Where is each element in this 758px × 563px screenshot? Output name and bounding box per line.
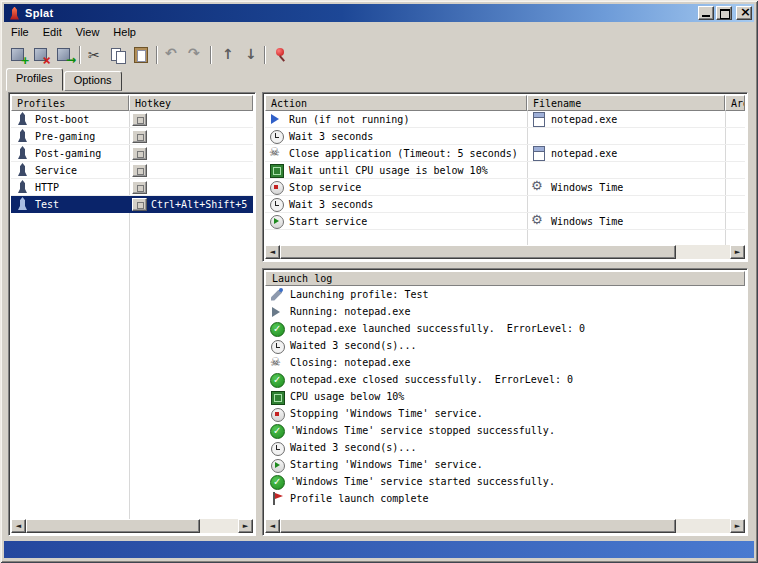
- log-entry[interactable]: Waited 3 second(s)...: [265, 337, 745, 354]
- hotkey-button[interactable]: [132, 198, 147, 211]
- filename-cell: [527, 196, 725, 213]
- tab-options[interactable]: Options: [64, 71, 122, 91]
- filename-text: Windows Time: [551, 182, 623, 193]
- scroll-left-button[interactable]: ◄: [11, 519, 26, 533]
- hotkey-button[interactable]: [132, 147, 147, 160]
- launch-profile-button[interactable]: [53, 44, 76, 66]
- scroll-thumb[interactable]: [280, 245, 676, 259]
- check-icon: [269, 373, 285, 387]
- add-profile-button[interactable]: [7, 44, 30, 66]
- start-icon: [269, 458, 285, 472]
- skull-icon: [269, 356, 285, 370]
- log-entry[interactable]: notepad.exe closed successfully. ErrorLe…: [265, 371, 745, 388]
- action-row[interactable]: Start serviceWindows Time: [265, 213, 745, 230]
- tab-strip: ProfilesOptions: [6, 70, 754, 91]
- profile-hotkey-cell: [129, 145, 253, 162]
- copy-button[interactable]: [107, 44, 130, 66]
- action-row[interactable]: Close application (Timeout: 5 seconds)no…: [265, 145, 745, 162]
- pin-button[interactable]: [269, 44, 292, 66]
- redo-button[interactable]: [184, 44, 207, 66]
- tab-profiles[interactable]: Profiles: [6, 68, 63, 91]
- log-entry[interactable]: Waited 3 second(s)...: [265, 439, 745, 456]
- log-horizontal-scrollbar[interactable]: ◄ ►: [265, 519, 745, 533]
- scroll-right-button[interactable]: ►: [730, 519, 745, 533]
- log-entry[interactable]: Starting 'Windows Time' service.: [265, 456, 745, 473]
- maximize-button[interactable]: [716, 6, 732, 20]
- profile-row[interactable]: TestCtrl+Alt+Shift+5: [11, 196, 253, 213]
- profile-hotkey-cell: Ctrl+Alt+Shift+5: [129, 196, 253, 213]
- window-title: Splat: [25, 7, 696, 19]
- log-entry[interactable]: Profile launch complete: [265, 490, 745, 507]
- move-up-button[interactable]: [215, 44, 238, 66]
- profile-name-cell: Service: [11, 162, 129, 179]
- log-entry[interactable]: 'Windows Time' service stopped successfu…: [265, 422, 745, 439]
- profile-row[interactable]: Service: [11, 162, 253, 179]
- log-text: Closing: notepad.exe: [290, 357, 410, 368]
- hotkey-button[interactable]: [132, 164, 147, 177]
- start-icon: [268, 214, 284, 228]
- profiles-header: ProfilesHotkey: [11, 95, 253, 111]
- undo-button[interactable]: [161, 44, 184, 66]
- column-header-hotkey[interactable]: Hotkey: [129, 95, 253, 111]
- up-icon: [218, 47, 235, 63]
- log-entry[interactable]: Launching profile: Test: [265, 286, 745, 303]
- scroll-left-button[interactable]: ◄: [265, 519, 280, 533]
- action-row[interactable]: Wait until CPU usage is below 10%: [265, 162, 745, 179]
- scroll-thumb[interactable]: [280, 519, 676, 533]
- hotkey-button[interactable]: [132, 113, 147, 126]
- scroll-thumb[interactable]: [26, 519, 200, 533]
- log-entry[interactable]: Stopping 'Windows Time' service.: [265, 405, 745, 422]
- scroll-right-button[interactable]: ►: [238, 519, 253, 533]
- log-entry[interactable]: CPU usage below 10%: [265, 388, 745, 405]
- menu-file[interactable]: File: [4, 24, 36, 40]
- profile-icon: [14, 197, 30, 211]
- log-entry[interactable]: Running: notepad.exe: [265, 303, 745, 320]
- menu-help[interactable]: Help: [106, 24, 143, 40]
- delete-profile-button[interactable]: [30, 44, 53, 66]
- menu-view[interactable]: View: [69, 24, 107, 40]
- column-header-filename[interactable]: Filename: [527, 95, 725, 111]
- profile-row[interactable]: Post-gaming: [11, 145, 253, 162]
- hotkey-button[interactable]: [132, 130, 147, 143]
- profiles-horizontal-scrollbar[interactable]: ◄ ►: [11, 519, 253, 533]
- profile-row[interactable]: Post-boot: [11, 111, 253, 128]
- scroll-track[interactable]: [280, 519, 730, 533]
- check-icon: [269, 424, 285, 438]
- log-panel-title: Launch log: [265, 271, 745, 286]
- action-row[interactable]: Stop serviceWindows Time: [265, 179, 745, 196]
- log-text: Profile launch complete: [290, 493, 428, 504]
- column-header-profiles[interactable]: Profiles: [11, 95, 129, 111]
- profile-row[interactable]: Pre-gaming: [11, 128, 253, 145]
- log-entry[interactable]: notepad.exe launched successfully. Error…: [265, 320, 745, 337]
- title-bar[interactable]: Splat: [4, 4, 754, 22]
- close-button[interactable]: [736, 6, 752, 20]
- action-row[interactable]: Run (if not running)notepad.exe: [265, 111, 745, 128]
- action-text: Close application (Timeout: 5 seconds): [289, 148, 518, 159]
- log-text: Running: notepad.exe: [290, 306, 410, 317]
- scroll-track[interactable]: [26, 519, 238, 533]
- move-down-button[interactable]: [238, 44, 261, 66]
- scroll-track[interactable]: [280, 245, 730, 259]
- toolbar-separator: [156, 46, 158, 64]
- profile-row[interactable]: HTTP: [11, 179, 253, 196]
- paste-button[interactable]: [130, 44, 153, 66]
- filename-cell: Windows Time: [527, 179, 725, 196]
- action-row[interactable]: Wait 3 seconds: [265, 196, 745, 213]
- cpu-icon: [269, 390, 285, 404]
- actions-horizontal-scrollbar[interactable]: ◄ ►: [265, 245, 745, 259]
- log-entry[interactable]: Closing: notepad.exe: [265, 354, 745, 371]
- log-entry[interactable]: 'Windows Time' service started successfu…: [265, 473, 745, 490]
- scroll-left-button[interactable]: ◄: [265, 245, 280, 259]
- column-header-action[interactable]: Action: [265, 95, 527, 111]
- scroll-right-button[interactable]: ►: [730, 245, 745, 259]
- action-text: Start service: [289, 216, 367, 227]
- profile-name-cell: HTTP: [11, 179, 129, 196]
- menu-edit[interactable]: Edit: [36, 24, 69, 40]
- filename-cell: Windows Time: [527, 213, 725, 230]
- column-header-arg[interactable]: Arg: [725, 95, 745, 111]
- minimize-button[interactable]: [698, 6, 714, 20]
- action-row[interactable]: Wait 3 seconds: [265, 128, 745, 145]
- action-cell: Run (if not running): [265, 111, 527, 128]
- hotkey-button[interactable]: [132, 181, 147, 194]
- cut-button[interactable]: [84, 44, 107, 66]
